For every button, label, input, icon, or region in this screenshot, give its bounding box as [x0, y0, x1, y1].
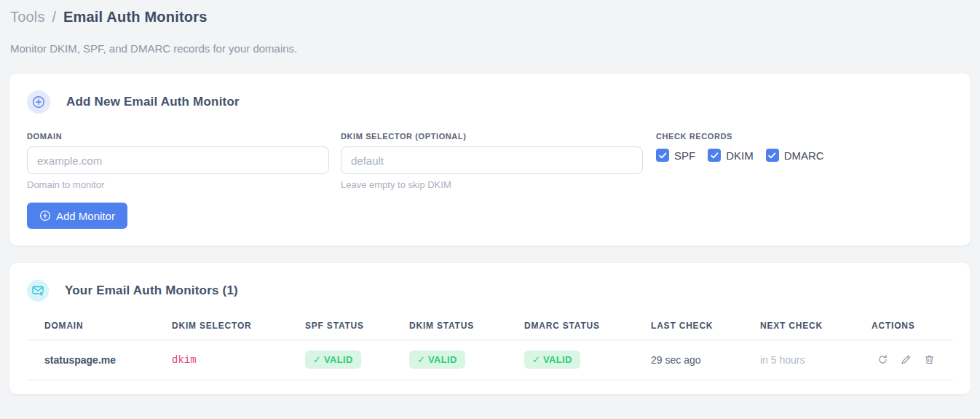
checkbox-dmarc-label[interactable]: DMARC — [784, 149, 824, 162]
edit-monitor-button[interactable] — [899, 353, 912, 367]
monitors-card-title: Your Email Auth Monitors (1) — [65, 283, 238, 298]
dkim-selector-input[interactable] — [341, 146, 643, 174]
col-header-domain: DOMAIN — [27, 321, 172, 340]
edit-pencil-icon — [901, 354, 912, 365]
mail-check-icon — [27, 280, 49, 302]
monitor-last-check: 29 sec ago — [651, 340, 760, 380]
col-header-dkim-selector: DKIM SELECTOR — [172, 321, 305, 340]
check-records-label: CHECK RECORDS — [656, 132, 824, 141]
breadcrumb-tools-link[interactable]: Tools — [10, 9, 45, 25]
monitors-card-header: Your Email Auth Monitors (1) — [27, 280, 953, 302]
check-records-options: SPF DKIM DMARC — [656, 149, 824, 162]
table-row: statuspage.me dkim ✓ VALID ✓ VALID ✓ VAL… — [27, 340, 953, 380]
dkim-selector-field-helper: Leave empty to skip DKIM — [341, 179, 643, 190]
checkbox-checked-icon[interactable] — [766, 149, 779, 162]
checkbox-checked-icon[interactable] — [656, 149, 669, 162]
check-records-group: CHECK RECORDS SPF DKIM — [656, 132, 824, 190]
email-auth-monitors-page: Tools / Email Auth Monitors Monitor DKIM… — [0, 0, 980, 394]
dkim-selector-field-label: DKIM SELECTOR (OPTIONAL) — [341, 132, 643, 141]
refresh-icon — [877, 354, 888, 365]
col-header-next-check: NEXT CHECK — [760, 321, 872, 340]
page-header: Tools / Email Auth Monitors Monitor DKIM… — [9, 9, 971, 55]
checkbox-dkim[interactable]: DKIM — [708, 149, 754, 162]
monitor-dkim-selector: dkim — [172, 340, 305, 380]
breadcrumb-separator: / — [52, 9, 56, 25]
add-monitor-form: DOMAIN Domain to monitor DKIM SELECTOR (… — [27, 132, 953, 190]
checkbox-checked-icon[interactable] — [708, 149, 721, 162]
dkim-selector-field-group: DKIM SELECTOR (OPTIONAL) Leave empty to … — [341, 132, 643, 190]
page-title: Email Auth Monitors — [63, 9, 208, 25]
breadcrumb: Tools / Email Auth Monitors — [10, 9, 970, 26]
add-monitor-card-title: Add New Email Auth Monitor — [66, 95, 240, 109]
domain-input[interactable] — [27, 146, 329, 174]
domain-field-group: DOMAIN Domain to monitor — [27, 132, 329, 190]
add-monitor-card-header: Add New Email Auth Monitor — [27, 90, 953, 114]
add-monitor-button[interactable]: Add Monitor — [27, 203, 127, 229]
col-header-dkim-status: DKIM STATUS — [409, 321, 524, 340]
monitors-list-card: Your Email Auth Monitors (1) DOMAIN DKIM… — [9, 263, 971, 394]
col-header-dmarc-status: DMARC STATUS — [524, 321, 651, 340]
monitor-next-check: in 5 hours — [760, 340, 872, 380]
col-header-actions: ACTIONS — [872, 321, 953, 340]
plus-circle-icon — [27, 90, 50, 114]
monitors-table: DOMAIN DKIM SELECTOR SPF STATUS DKIM STA… — [27, 321, 953, 380]
col-header-spf-status: SPF STATUS — [305, 321, 409, 340]
trash-icon — [924, 354, 935, 365]
page-subtitle: Monitor DKIM, SPF, and DMARC records for… — [10, 42, 970, 55]
add-monitor-button-label: Add Monitor — [56, 210, 115, 222]
dkim-status-badge: ✓ VALID — [409, 351, 465, 369]
checkbox-dkim-label[interactable]: DKIM — [726, 149, 754, 162]
add-monitor-card: Add New Email Auth Monitor DOMAIN Domain… — [9, 74, 971, 246]
domain-field-helper: Domain to monitor — [27, 179, 329, 190]
delete-monitor-button[interactable] — [922, 353, 936, 367]
col-header-last-check: LAST CHECK — [651, 321, 760, 340]
dmarc-status-badge: ✓ VALID — [524, 351, 580, 369]
table-header-row: DOMAIN DKIM SELECTOR SPF STATUS DKIM STA… — [27, 321, 953, 340]
row-actions — [872, 353, 953, 367]
checkbox-spf-label[interactable]: SPF — [674, 149, 695, 162]
checkbox-spf[interactable]: SPF — [656, 149, 695, 162]
spf-status-badge: ✓ VALID — [305, 351, 361, 369]
refresh-monitor-button[interactable] — [876, 353, 889, 367]
domain-field-label: DOMAIN — [27, 132, 329, 141]
plus-circle-icon — [39, 210, 51, 222]
checkbox-dmarc[interactable]: DMARC — [766, 149, 824, 162]
monitor-domain: statuspage.me — [27, 340, 172, 380]
